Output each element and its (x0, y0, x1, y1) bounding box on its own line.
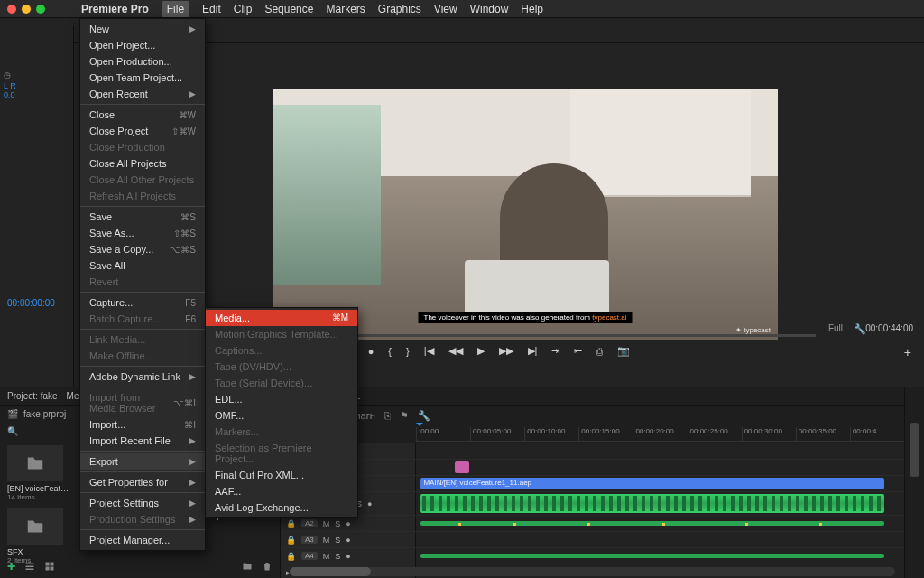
step-back-button[interactable]: ◀◀ (448, 345, 463, 357)
settings-wrench-icon[interactable]: 🔧 (854, 323, 866, 335)
menu-item-adobe-dynamic-link[interactable]: Adobe Dynamic Link▶ (80, 368, 205, 385)
solo-button[interactable]: S (335, 536, 340, 545)
menu-item-save-as-[interactable]: Save As...⇧⌘S (80, 225, 205, 241)
menu-item-close[interactable]: Close⌘W (80, 107, 205, 123)
go-to-out-button[interactable]: ▶| (528, 345, 538, 357)
linked-sel-icon[interactable]: ⎘ (384, 410, 391, 422)
wrench-icon[interactable]: 🔧 (418, 410, 430, 422)
extract-button[interactable]: ⇤ (574, 345, 582, 357)
menu-item-get-properties-for[interactable]: Get Properties for▶ (80, 474, 205, 490)
clip-a1[interactable] (420, 494, 884, 513)
solo-button[interactable]: S (335, 519, 340, 528)
time-ruler[interactable]: :00:0000:00:05:0000:00:10:0000:00:15:000… (416, 427, 904, 442)
clip-pink[interactable] (455, 461, 469, 473)
marker-tool-icon[interactable]: ⚑ (400, 410, 409, 422)
timeline-zoom-scroll[interactable] (290, 567, 895, 576)
lock-icon[interactable]: 🔒 (286, 519, 296, 528)
menu-item-import-recent-file[interactable]: Import Recent File▶ (80, 433, 205, 449)
mic-icon[interactable]: ● (346, 519, 350, 528)
export-item-edl-[interactable]: EDL... (206, 391, 357, 407)
lift-button[interactable]: ⇥ (551, 345, 559, 357)
track-lane-v3[interactable] (416, 443, 904, 459)
mark-out-button[interactable]: } (406, 346, 410, 357)
file-menu[interactable]: New▶Open Project...Open Production...Ope… (79, 18, 206, 551)
lock-icon[interactable]: 🔒 (286, 552, 296, 561)
bin-item[interactable]: [EN] voiceFeature14 Items (7, 445, 70, 501)
project-tab[interactable]: Project: fake (7, 391, 58, 401)
export-item-final-cut-pro-xml-[interactable]: Final Cut Pro XML... (206, 467, 357, 483)
export-frame-button[interactable]: ⎙ (596, 346, 603, 357)
step-fwd-button[interactable]: ▶▶ (499, 345, 513, 357)
mic-icon[interactable]: ● (367, 499, 372, 508)
export-item-aaf-[interactable]: AAF... (206, 483, 357, 499)
track-lane-a1[interactable] (416, 492, 904, 515)
menu-help[interactable]: Help (521, 3, 543, 15)
track-lane-v1[interactable]: MAIN/[EN] voiceFeature1_11.aep (416, 476, 904, 491)
minimize-window-icon[interactable] (22, 5, 31, 14)
menu-file[interactable]: File (162, 1, 189, 17)
button-editor-plus-icon[interactable]: + (904, 345, 911, 359)
clip-a4[interactable] (420, 554, 884, 558)
menu-item-close-all-projects[interactable]: Close All Projects (80, 155, 205, 172)
track-a2[interactable]: A2 (301, 519, 318, 527)
export-item-media-[interactable]: Media...⌘M (206, 310, 357, 326)
menu-item-export[interactable]: Export▶ (80, 453, 205, 470)
menu-item-new[interactable]: New▶ (80, 21, 205, 37)
menu-edit[interactable]: Edit (202, 3, 221, 15)
menu-view[interactable]: View (434, 3, 457, 15)
track-a3[interactable]: A3 (301, 536, 318, 544)
menu-clip[interactable]: Clip (234, 3, 253, 15)
mute-button[interactable]: M (323, 519, 330, 528)
menu-window[interactable]: Window (470, 3, 509, 15)
menu-item-save-all[interactable]: Save All (80, 257, 205, 274)
menu-item-open-production-[interactable]: Open Production... (80, 53, 205, 70)
clip-a2[interactable] (420, 521, 884, 526)
mute-button[interactable]: M (323, 536, 330, 545)
export-submenu[interactable]: Media...⌘MMotion Graphics Template...Cap… (205, 307, 358, 518)
track-lane-a2[interactable] (416, 516, 904, 531)
search-icon[interactable]: 🔍 (7, 426, 18, 436)
icon-view-icon[interactable] (44, 561, 55, 572)
menu-item-save[interactable]: Save⌘S (80, 209, 205, 225)
list-view-icon[interactable] (24, 561, 35, 572)
menu-item-open-project-[interactable]: Open Project... (80, 37, 205, 53)
menu-graphics[interactable]: Graphics (378, 3, 421, 15)
close-window-icon[interactable] (7, 5, 16, 14)
export-item-avid-log-exchange-[interactable]: Avid Log Exchange... (206, 499, 357, 516)
track-a4[interactable]: A4 (301, 552, 318, 560)
new-item-icon[interactable]: ✚ (7, 561, 15, 573)
go-to-in-button[interactable]: |◀ (424, 345, 434, 357)
play-button[interactable]: ▶ (477, 345, 485, 357)
zoom-fit[interactable]: Full (828, 323, 843, 333)
mark-in-button[interactable]: { (388, 346, 392, 357)
snapshot-button[interactable]: 📷 (617, 345, 630, 357)
solo-button[interactable]: S (335, 552, 340, 561)
menu-item-open-team-project-[interactable]: Open Team Project... (80, 70, 205, 86)
menu-item-import-[interactable]: Import...⌘I (80, 416, 205, 433)
menu-sequence[interactable]: Sequence (264, 3, 313, 15)
bin-item[interactable]: SFX2 Items (7, 508, 70, 564)
lock-icon[interactable]: 🔒 (286, 536, 296, 545)
menu-item-project-settings[interactable]: Project Settings▶ (80, 495, 205, 511)
clip-v1[interactable]: MAIN/[EN] voiceFeature1_11.aep (420, 478, 884, 489)
track-lane-a4[interactable] (416, 548, 904, 564)
trash-icon[interactable] (262, 561, 273, 572)
export-item-omf-[interactable]: OMF... (206, 407, 357, 424)
mic-icon[interactable]: ● (346, 536, 350, 545)
mic-icon[interactable]: ● (346, 552, 350, 561)
menu-item-capture-[interactable]: Capture...F5 (80, 294, 205, 311)
menu-item-project-manager-[interactable]: Project Manager... (80, 532, 205, 548)
mute-button[interactable]: M (323, 552, 330, 561)
menu-item-close-project[interactable]: Close Project⇧⌘W (80, 123, 205, 139)
menu-item-open-recent[interactable]: Open Recent▶ (80, 86, 205, 102)
program-monitor[interactable]: The voiceover in this video was also gen… (273, 89, 778, 340)
menu-item-save-a-copy-[interactable]: Save a Copy...⌥⌘S (80, 241, 205, 257)
add-marker-button[interactable]: ● (368, 346, 374, 357)
zoom-handle[interactable] (290, 567, 371, 576)
maximize-window-icon[interactable] (36, 5, 45, 14)
track-lane-a3[interactable] (416, 532, 904, 547)
track-lane-v2[interactable] (416, 460, 904, 475)
program-tc-out[interactable]: 00:00:44:00 (865, 323, 913, 333)
new-bin-icon[interactable] (242, 561, 253, 572)
menu-markers[interactable]: Markers (326, 3, 365, 15)
